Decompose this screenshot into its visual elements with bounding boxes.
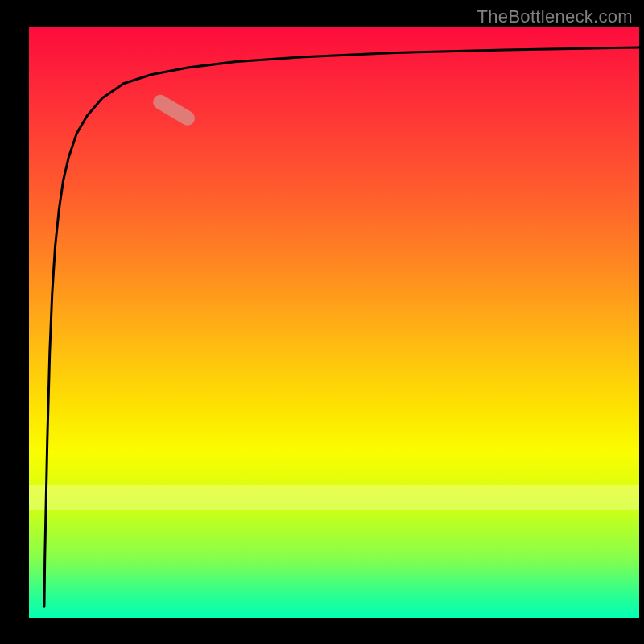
chart-area <box>29 27 639 618</box>
watermark-text: TheBottleneck.com <box>477 6 633 27</box>
highlight-marker <box>151 92 197 128</box>
curve-line <box>44 47 639 606</box>
chart-svg <box>29 27 639 618</box>
